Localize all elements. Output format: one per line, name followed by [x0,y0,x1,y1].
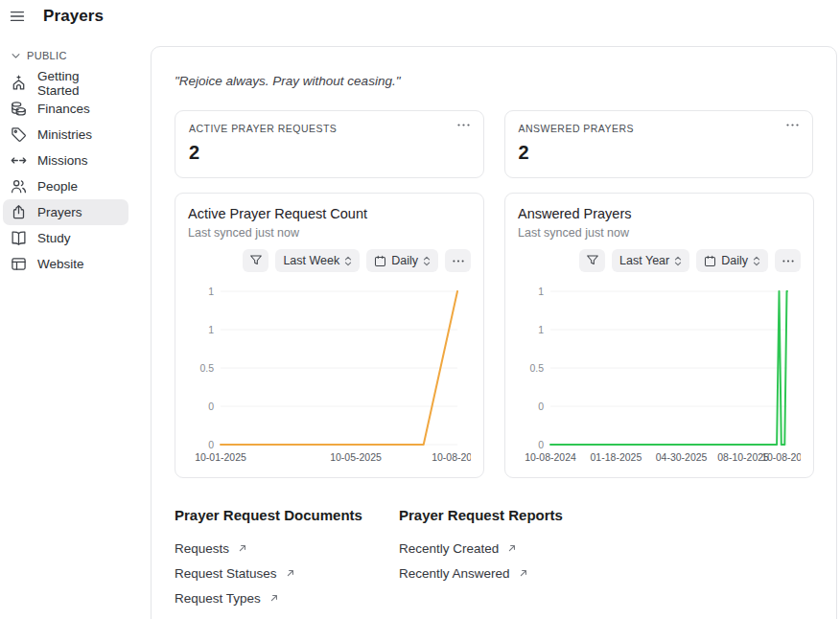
sidebar: PUBLIC Getting Started Finances Ministri… [0,50,146,277]
stat-value: 2 [189,142,470,164]
interval-select[interactable]: Daily [696,249,768,272]
link-request-statuses[interactable]: Request Statuses [175,566,295,581]
answered-prayers-line-chart: 110.50010-08-202401-18-202504-30-202508-… [518,280,801,468]
chart-menu-ellipsis-icon[interactable] [775,249,801,272]
svg-text:10-08-2024: 10-08-2024 [525,451,576,463]
chevron-up-down-icon [423,256,431,266]
list-item: Recently Created [399,536,813,561]
chart-sync-status: Last synced just now [518,226,801,240]
active-prayer-requests-line-chart: 110.50010-01-202510-05-202510-08-2025 [188,280,471,468]
svg-text:0: 0 [208,439,214,450]
stats-row: ACTIVE PRAYER REQUESTS 2 ANSWERED PRAYER… [175,110,813,178]
people-icon [11,178,27,195]
chevron-down-icon [12,53,20,59]
link-label: Request Statuses [175,566,277,581]
chart-filter-row: Last Year Daily [518,249,801,272]
sidebar-item-ministries[interactable]: Ministries [3,122,128,148]
chart-title: Active Prayer Request Count [188,206,471,221]
svg-text:10-01-2025: 10-01-2025 [195,451,246,463]
section-title: Prayer Request Documents [175,507,399,523]
links-row: Prayer Request Documents Requests Reques… [175,507,813,610]
coins-icon [11,101,27,117]
sidebar-item-label: Getting Started [37,69,121,98]
calendar-icon [374,255,386,267]
chevron-up-down-icon [344,256,352,266]
sidebar-item-label: Website [37,257,84,271]
top-bar: Prayers [0,0,840,33]
chart-filter-row: Last Week Daily [188,249,471,272]
filter-funnel-button[interactable] [243,249,268,272]
stat-label: ANSWERED PRAYERS [519,123,800,134]
card-menu-ellipsis-icon[interactable] [455,121,473,129]
svg-text:0.5: 0.5 [529,362,544,374]
svg-text:0.5: 0.5 [199,362,214,374]
sidebar-item-finances[interactable]: Finances [3,96,128,122]
sidebar-item-missions[interactable]: Missions [3,148,128,173]
sidebar-item-getting-started[interactable]: Getting Started [3,70,128,96]
svg-text:1: 1 [208,286,214,297]
link-recently-created[interactable]: Recently Created [399,541,517,556]
sidebar-item-label: Missions [37,153,88,168]
stat-value: 2 [519,142,800,164]
tag-icon [11,126,27,143]
sidebar-item-label: Prayers [37,205,82,219]
left-right-arrows-icon [11,152,27,169]
page-title: Prayers [43,7,104,26]
chart-card-active-prayer-request-count: Active Prayer Request Count Last synced … [175,193,484,478]
sidebar-item-label: People [37,179,78,194]
chart-menu-ellipsis-icon[interactable] [445,249,471,272]
chevron-up-down-icon [674,256,682,266]
link-label: Requests [175,541,229,556]
charts-row: Active Prayer Request Count Last synced … [175,193,813,478]
svg-text:10-05-2025: 10-05-2025 [330,451,382,463]
list-item: Request Types [175,585,399,610]
prayer-request-documents-section: Prayer Request Documents Requests Reques… [175,507,399,610]
church-icon [11,75,27,91]
external-link-arrow-icon [286,568,295,578]
link-label: Recently Created [399,541,499,556]
sidebar-item-study[interactable]: Study [3,225,128,251]
hamburger-menu-icon[interactable] [10,9,26,25]
range-select[interactable]: Last Year [612,249,689,272]
svg-text:1: 1 [538,324,544,335]
sidebar-section-public[interactable]: PUBLIC [0,50,146,70]
svg-text:10-08-2025: 10-08-2025 [432,451,471,463]
sidebar-item-website[interactable]: Website [3,251,128,277]
interval-select[interactable]: Daily [366,249,438,272]
svg-text:0: 0 [538,401,544,412]
link-label: Request Types [175,591,261,606]
link-label: Recently Answered [399,566,510,581]
card-menu-ellipsis-icon[interactable] [783,121,802,129]
svg-text:04-30-2025: 04-30-2025 [656,451,708,463]
sidebar-item-label: Ministries [37,127,92,142]
interval-select-value: Daily [391,254,418,267]
stat-label: ACTIVE PRAYER REQUESTS [189,123,470,134]
sidebar-item-people[interactable]: People [3,173,128,199]
external-link-arrow-icon [269,593,279,603]
chart-card-answered-prayers: Answered Prayers Last synced just now La… [504,193,814,478]
stat-card-active-prayer-requests: ACTIVE PRAYER REQUESTS 2 [175,110,484,178]
external-link-arrow-icon [238,543,247,553]
range-select[interactable]: Last Week [275,249,360,272]
chart-sync-status: Last synced just now [188,226,471,240]
interval-select-value: Daily [721,254,748,267]
calendar-icon [704,255,716,267]
external-link-arrow-icon [519,568,528,578]
svg-text:01-18-2025: 01-18-2025 [591,451,642,463]
list-item: Request Statuses [175,561,399,585]
link-request-types[interactable]: Request Types [175,591,279,606]
list-item: Recently Answered [399,561,813,585]
sidebar-section-label: PUBLIC [27,50,67,61]
filter-funnel-button[interactable] [579,249,605,272]
link-recently-answered[interactable]: Recently Answered [399,566,528,581]
link-requests[interactable]: Requests [175,541,247,556]
open-book-icon [11,230,27,246]
browser-window-icon [11,256,27,272]
chevron-up-down-icon [753,256,760,266]
chart-title: Answered Prayers [518,206,801,221]
sidebar-item-prayers[interactable]: Prayers [3,199,128,225]
funnel-icon [586,254,599,267]
range-select-value: Last Week [283,254,339,267]
external-link-arrow-icon [507,543,517,553]
prayer-request-reports-section: Prayer Request Reports Recently Created … [399,507,813,610]
